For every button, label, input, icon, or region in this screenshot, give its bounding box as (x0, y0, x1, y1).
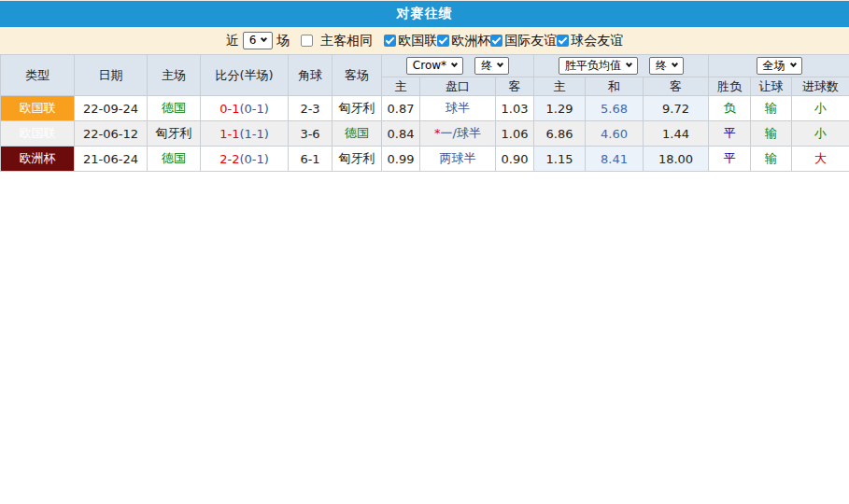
col-header-avg-draw: 和 (586, 77, 644, 96)
cell-corners: 6-1 (289, 147, 333, 172)
cell-handicap: 两球半 (420, 147, 496, 172)
col-header-crow-home: 主 (382, 77, 420, 96)
cell-away-team: 匈牙利 (333, 147, 382, 172)
cell-handicap-result: 输 (751, 96, 792, 121)
cell-competition-type: 欧国联 (1, 121, 75, 147)
cell-corners: 3-6 (289, 121, 333, 147)
cell-result: 平 (709, 121, 751, 147)
bookmaker-select[interactable]: Crow* (406, 57, 463, 75)
avg-odds-period-select[interactable]: 终 (649, 57, 684, 75)
chevron-down-icon (672, 61, 678, 67)
col-header-crow-away: 客 (496, 77, 534, 96)
cell-away-team: 德国 (333, 121, 382, 147)
col-header-date: 日期 (75, 55, 148, 96)
cell-away-team: 匈牙利 (333, 96, 382, 121)
cell-avg-draw: 5.68 (586, 96, 644, 121)
cell-date: 21-06-24 (75, 147, 148, 172)
competition-checkbox-intl-friendly[interactable] (490, 35, 502, 47)
avg-odds-group-header: 胜平负均值 终 (534, 55, 709, 77)
cell-result: 负 (709, 96, 751, 121)
col-header-crow-handicap: 盘口 (420, 77, 496, 96)
cell-score: 2-2(0-1) (201, 147, 289, 172)
chevron-down-icon (261, 35, 267, 42)
panel-title: 对赛往绩 (397, 6, 453, 22)
col-header-score: 比分(半场) (201, 55, 289, 96)
cell-result: 平 (709, 147, 751, 172)
bookmaker-period-select[interactable]: 终 (474, 57, 509, 75)
same-venue-checkbox[interactable] (301, 35, 313, 47)
col-header-type: 类型 (1, 55, 75, 96)
chevron-down-icon (451, 61, 458, 67)
filter-bar: 近 6 场 主客相同 欧国联 欧洲杯 国际友谊 球会友谊 (0, 27, 849, 54)
competition-label: 欧国联 (398, 33, 437, 49)
cell-crow-away-odds: 0.90 (496, 147, 534, 172)
avg-odds-select[interactable]: 胜平负均值 (559, 57, 638, 75)
cell-crow-home-odds: 0.87 (382, 96, 420, 121)
recent-matches-select[interactable]: 6 (243, 32, 274, 49)
matches-label: 场 (276, 33, 290, 49)
cell-competition-type: 欧国联 (1, 96, 75, 121)
competition-label: 国际友谊 (504, 33, 557, 49)
cell-score: 1-1(1-1) (201, 121, 289, 147)
cell-crow-home-odds: 0.99 (382, 147, 420, 172)
cell-goals-result: 小 (792, 96, 849, 121)
col-header-result: 胜负 (709, 77, 751, 96)
scope-select[interactable]: 全场 (757, 57, 802, 75)
col-header-avg-home: 主 (534, 77, 586, 96)
table-row: 欧国联 22-09-24 德国 0-1(0-1) 2-3 匈牙利 0.87 球半… (1, 96, 849, 121)
col-header-away: 客场 (333, 55, 382, 96)
cell-goals-result: 大 (792, 147, 849, 172)
bookmaker-group-header: Crow* 终 (382, 55, 534, 77)
head-to-head-table: 类型 日期 主场 比分(半场) 角球 客场 Crow* 终 (0, 54, 849, 172)
chevron-down-icon (497, 61, 503, 67)
cell-crow-away-odds: 1.03 (496, 96, 534, 121)
panel-header: 对赛往绩 (0, 1, 849, 27)
cell-date: 22-06-12 (75, 121, 148, 147)
chevron-down-icon (790, 61, 797, 67)
recent-matches-value: 6 (249, 34, 257, 47)
cell-handicap-result: 输 (751, 121, 792, 147)
recent-label: 近 (226, 33, 239, 49)
cell-goals-result: 小 (792, 121, 849, 147)
scope-group-header: 全场 (709, 55, 849, 77)
table-row: 欧国联 22-06-12 匈牙利 1-1(1-1) 3-6 德国 0.84 *一… (1, 121, 849, 147)
cell-home-team: 德国 (148, 147, 201, 172)
cell-avg-away: 9.72 (644, 96, 709, 121)
cell-home-team: 匈牙利 (148, 121, 201, 147)
cell-home-team: 德国 (148, 96, 201, 121)
competition-label: 欧洲杯 (451, 33, 490, 49)
cell-handicap: *一/球半 (420, 121, 496, 147)
competition-checkbox-euro-cup[interactable] (437, 35, 449, 47)
cell-avg-draw: 4.60 (586, 121, 644, 147)
competition-checkbox-nations-league[interactable] (384, 35, 396, 47)
competition-checkbox-club-friendly[interactable] (557, 35, 569, 47)
cell-crow-home-odds: 0.84 (382, 121, 420, 147)
col-header-avg-away: 客 (644, 77, 709, 96)
cell-score: 0-1(0-1) (201, 96, 289, 121)
cell-corners: 2-3 (289, 96, 333, 121)
cell-avg-draw: 8.41 (586, 147, 644, 172)
cell-avg-home: 6.86 (534, 121, 586, 147)
chevron-down-icon (626, 61, 632, 67)
competition-label: 球会友谊 (571, 33, 623, 49)
same-venue-label: 主客相同 (320, 33, 373, 49)
cell-avg-away: 1.44 (644, 121, 709, 147)
cell-crow-away-odds: 1.06 (496, 121, 534, 147)
col-header-home: 主场 (148, 55, 201, 96)
cell-competition-type: 欧洲杯 (1, 147, 75, 172)
cell-avg-home: 1.29 (534, 96, 586, 121)
cell-date: 22-09-24 (75, 96, 148, 121)
cell-avg-away: 18.00 (644, 147, 709, 172)
head-to-head-panel: 对赛往绩 近 6 场 主客相同 欧国联 欧洲杯 国际友谊 球会友谊 (0, 0, 849, 504)
table-row: 欧洲杯 21-06-24 德国 2-2(0-1) 6-1 匈牙利 0.99 两球… (1, 147, 849, 172)
col-header-corners: 角球 (289, 55, 333, 96)
cell-handicap: 球半 (420, 96, 496, 121)
cell-avg-home: 1.15 (534, 147, 586, 172)
cell-handicap-result: 输 (751, 147, 792, 172)
col-header-handicap-result: 让球 (751, 77, 792, 96)
col-header-goals: 进球数 (792, 77, 849, 96)
